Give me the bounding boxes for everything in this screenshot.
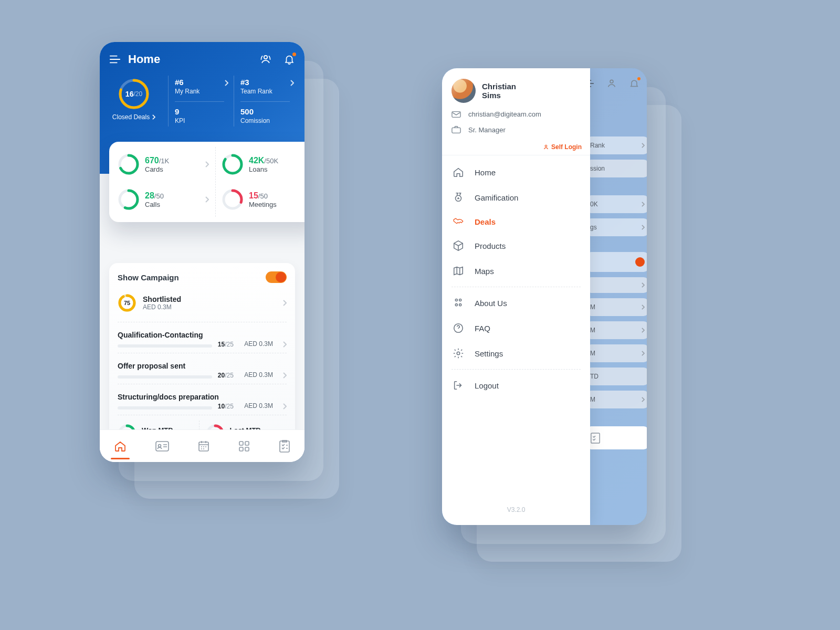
svg-rect-17 — [156, 442, 169, 451]
svg-point-33 — [455, 304, 457, 306]
svg-point-29 — [545, 145, 547, 147]
svg-point-32 — [459, 299, 461, 301]
kpi-tile-loans[interactable]: 42K/50KLoans — [215, 149, 304, 180]
medal-icon — [453, 192, 464, 203]
campaign-card: Show Campaign 75 ShortlistedAED 0.3M Qua… — [109, 263, 295, 453]
svg-rect-23 — [245, 447, 249, 451]
drawer-screen: Rank ssion 0K gs M M M TD M ChristianSim… — [442, 68, 647, 525]
briefcase-icon — [452, 125, 461, 134]
svg-rect-22 — [239, 447, 243, 451]
user-role: Sr. Manager — [452, 125, 581, 134]
pipe-structuring[interactable]: Structuring/docs preparation 10/25 AED 0… — [118, 390, 287, 412]
mail-icon — [452, 111, 461, 118]
tab-apps[interactable] — [233, 436, 255, 456]
tab-home[interactable] — [109, 436, 132, 457]
under-checklist-icon[interactable] — [586, 426, 647, 449]
my-rank-tile[interactable]: #6 My Rank 9 KPI — [168, 76, 229, 127]
svg-point-0 — [264, 56, 267, 59]
kpi-tile-meetings[interactable]: 15/50Meetings — [215, 184, 304, 215]
side-drawer: ChristianSims christian@digiteam.com Sr.… — [442, 68, 590, 525]
campaign-toggle[interactable] — [266, 271, 287, 283]
bottom-tabs — [100, 429, 304, 462]
version-label: V3.2.0 — [442, 501, 590, 519]
kpi-tiles-card: 670/1KCards 42K/50KLoans 28/50Calls 15/5… — [109, 142, 304, 222]
svg-point-31 — [455, 299, 457, 301]
under-hints: Rank ssion 0K gs M M M TD M — [586, 68, 647, 449]
team-icon — [453, 297, 464, 309]
self-login-link[interactable]: Self Login — [442, 140, 590, 155]
help-icon — [453, 322, 464, 334]
svg-point-36 — [457, 352, 460, 355]
menu-products[interactable]: Products — [442, 233, 590, 258]
svg-point-18 — [158, 444, 161, 447]
svg-rect-21 — [245, 442, 249, 445]
avatar[interactable] — [452, 79, 476, 103]
shortlisted-row[interactable]: 75 ShortlistedAED 0.3M — [118, 289, 287, 319]
menu-about[interactable]: About Us — [442, 290, 590, 316]
svg-point-34 — [459, 304, 461, 306]
menu-settings[interactable]: Settings — [442, 341, 590, 366]
closed-deals-link[interactable]: Closed Deals — [112, 113, 155, 121]
tab-id[interactable] — [150, 437, 174, 456]
menu-gamification[interactable]: Gamification — [442, 185, 590, 210]
gear-icon — [453, 348, 464, 359]
tab-checklist[interactable] — [274, 435, 296, 457]
kpi-tile-cards[interactable]: 670/1KCards — [111, 149, 215, 180]
tab-calendar[interactable] — [192, 436, 215, 457]
handshake-icon — [453, 217, 464, 226]
profile-icon[interactable] — [259, 53, 272, 66]
kpi-tile-calls[interactable]: 28/50Calls — [111, 184, 215, 215]
menu-icon[interactable] — [109, 55, 121, 64]
home-icon — [453, 166, 464, 178]
bell-icon[interactable] — [284, 54, 295, 65]
team-rank-tile[interactable]: #3 Team Rank 500 Comission — [234, 76, 295, 127]
closed-deals-gauge[interactable]: 16/20 — [118, 78, 150, 110]
user-name: ChristianSims — [482, 82, 516, 100]
svg-rect-27 — [452, 111, 460, 117]
svg-rect-26 — [591, 433, 600, 443]
map-icon — [453, 265, 464, 277]
user-email: christian@digiteam.com — [452, 110, 581, 118]
cube-icon — [453, 240, 464, 251]
page-title: Home — [128, 52, 160, 66]
menu-faq[interactable]: FAQ — [442, 316, 590, 341]
pipe-offer[interactable]: Offer proposal sent 20/25 AED 0.3M — [118, 359, 287, 381]
logout-icon — [453, 380, 464, 391]
svg-rect-20 — [239, 442, 243, 445]
svg-rect-24 — [280, 441, 289, 452]
svg-rect-28 — [452, 128, 460, 133]
home-screen: Home 16/20 — [100, 42, 304, 462]
pipe-qualification[interactable]: Qualification-Contacting 15/25 AED 0.3M — [118, 328, 287, 350]
menu-maps[interactable]: Maps — [442, 258, 590, 284]
campaign-title: Show Campaign — [118, 273, 179, 282]
menu-home[interactable]: Home — [442, 160, 590, 185]
menu-logout[interactable]: Logout — [442, 373, 590, 398]
menu-deals[interactable]: Deals — [442, 210, 590, 233]
